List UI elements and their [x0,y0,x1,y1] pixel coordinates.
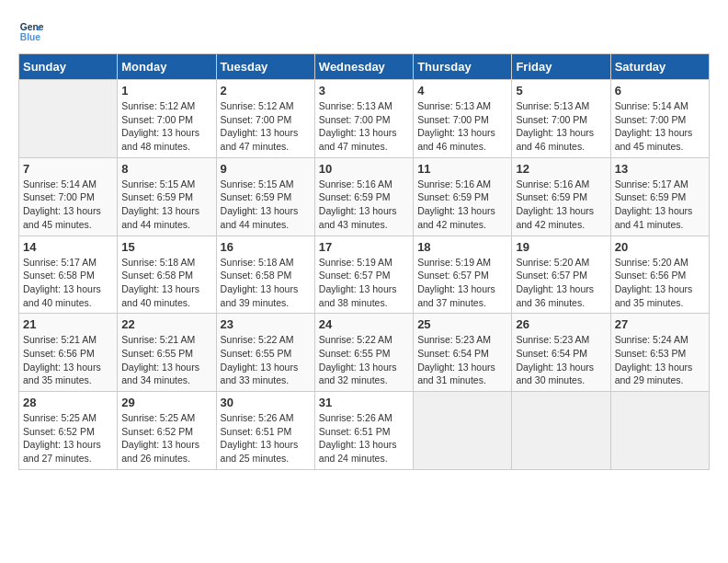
calendar-cell: 5Sunrise: 5:13 AM Sunset: 7:00 PM Daylig… [512,80,610,158]
calendar-week-1: 1Sunrise: 5:12 AM Sunset: 7:00 PM Daylig… [19,80,710,158]
day-number: 4 [417,84,507,98]
day-info: Sunrise: 5:18 AM Sunset: 6:58 PM Dayligh… [121,256,211,310]
day-info: Sunrise: 5:12 AM Sunset: 7:00 PM Dayligh… [221,99,311,154]
calendar-cell: 3Sunrise: 5:13 AM Sunset: 7:00 PM Daylig… [314,80,413,158]
logo-icon: General Blue [18,18,44,44]
day-number: 15 [121,240,211,254]
calendar-cell: 6Sunrise: 5:14 AM Sunset: 7:00 PM Daylig… [610,80,709,158]
day-info: Sunrise: 5:16 AM Sunset: 6:59 PM Dayligh… [319,178,409,232]
day-info: Sunrise: 5:18 AM Sunset: 6:58 PM Dayligh… [221,256,311,310]
calendar-cell: 1Sunrise: 5:12 AM Sunset: 7:00 PM Daylig… [118,80,216,158]
day-info: Sunrise: 5:17 AM Sunset: 6:59 PM Dayligh… [615,178,705,232]
calendar-cell [414,392,512,470]
day-number: 27 [615,317,705,331]
header-monday: Monday [118,54,216,80]
calendar-week-5: 28Sunrise: 5:25 AM Sunset: 6:52 PM Dayli… [19,392,710,470]
calendar-table: SundayMondayTuesdayWednesdayThursdayFrid… [18,53,710,470]
day-number: 21 [23,317,113,331]
day-info: Sunrise: 5:24 AM Sunset: 6:53 PM Dayligh… [615,333,705,387]
calendar-cell: 28Sunrise: 5:25 AM Sunset: 6:52 PM Dayli… [19,392,118,470]
day-number: 29 [121,396,211,409]
calendar-cell: 20Sunrise: 5:20 AM Sunset: 6:56 PM Dayli… [610,236,709,314]
calendar-week-4: 21Sunrise: 5:21 AM Sunset: 6:56 PM Dayli… [19,314,710,392]
svg-text:General: General [20,22,44,32]
day-number: 13 [615,162,705,176]
day-number: 12 [516,162,606,176]
day-info: Sunrise: 5:23 AM Sunset: 6:54 PM Dayligh… [516,333,606,387]
day-number: 17 [319,240,409,254]
day-info: Sunrise: 5:21 AM Sunset: 6:55 PM Dayligh… [121,333,211,387]
day-info: Sunrise: 5:22 AM Sunset: 6:55 PM Dayligh… [319,333,409,387]
day-info: Sunrise: 5:16 AM Sunset: 6:59 PM Dayligh… [516,178,606,232]
day-info: Sunrise: 5:23 AM Sunset: 6:54 PM Dayligh… [417,333,507,387]
calendar-cell: 19Sunrise: 5:20 AM Sunset: 6:57 PM Dayli… [512,236,610,314]
calendar-cell: 2Sunrise: 5:12 AM Sunset: 7:00 PM Daylig… [216,80,314,158]
calendar-cell: 29Sunrise: 5:25 AM Sunset: 6:52 PM Dayli… [118,392,216,470]
calendar-cell: 4Sunrise: 5:13 AM Sunset: 7:00 PM Daylig… [414,80,512,158]
day-info: Sunrise: 5:17 AM Sunset: 6:58 PM Dayligh… [23,256,113,310]
day-number: 26 [516,317,606,331]
calendar-header-row: SundayMondayTuesdayWednesdayThursdayFrid… [19,54,710,80]
header-thursday: Thursday [414,54,512,80]
svg-text:Blue: Blue [20,32,41,42]
day-number: 24 [319,317,409,331]
day-info: Sunrise: 5:15 AM Sunset: 6:59 PM Dayligh… [221,178,311,232]
header-saturday: Saturday [610,54,709,80]
day-info: Sunrise: 5:14 AM Sunset: 7:00 PM Dayligh… [23,178,113,232]
day-info: Sunrise: 5:22 AM Sunset: 6:55 PM Dayligh… [221,333,311,387]
day-number: 3 [319,84,409,98]
day-number: 6 [615,84,705,98]
calendar-cell: 15Sunrise: 5:18 AM Sunset: 6:58 PM Dayli… [118,236,216,314]
header-sunday: Sunday [19,54,118,80]
calendar-cell: 16Sunrise: 5:18 AM Sunset: 6:58 PM Dayli… [216,236,314,314]
header-friday: Friday [512,54,610,80]
calendar-cell: 10Sunrise: 5:16 AM Sunset: 6:59 PM Dayli… [314,157,413,236]
day-number: 2 [221,84,311,98]
calendar-cell: 12Sunrise: 5:16 AM Sunset: 6:59 PM Dayli… [512,157,610,236]
header-tuesday: Tuesday [216,54,314,80]
header: General Blue [18,18,710,44]
calendar-cell: 18Sunrise: 5:19 AM Sunset: 6:57 PM Dayli… [414,236,512,314]
day-number: 10 [319,162,409,176]
day-number: 16 [221,240,311,254]
day-number: 23 [221,317,311,331]
day-info: Sunrise: 5:15 AM Sunset: 6:59 PM Dayligh… [121,178,211,232]
day-info: Sunrise: 5:14 AM Sunset: 7:00 PM Dayligh… [615,99,705,154]
calendar-week-3: 14Sunrise: 5:17 AM Sunset: 6:58 PM Dayli… [19,236,710,314]
day-number: 5 [516,84,606,98]
day-number: 22 [121,317,211,331]
day-number: 7 [23,162,113,176]
calendar-cell: 21Sunrise: 5:21 AM Sunset: 6:56 PM Dayli… [19,314,118,392]
day-number: 30 [221,396,311,409]
day-info: Sunrise: 5:19 AM Sunset: 6:57 PM Dayligh… [417,256,507,310]
calendar-cell: 14Sunrise: 5:17 AM Sunset: 6:58 PM Dayli… [19,236,118,314]
day-info: Sunrise: 5:13 AM Sunset: 7:00 PM Dayligh… [417,99,507,154]
day-number: 19 [516,240,606,254]
day-info: Sunrise: 5:26 AM Sunset: 6:51 PM Dayligh… [319,411,409,465]
day-info: Sunrise: 5:25 AM Sunset: 6:52 PM Dayligh… [23,411,113,465]
calendar-cell: 13Sunrise: 5:17 AM Sunset: 6:59 PM Dayli… [610,157,709,236]
calendar-cell: 22Sunrise: 5:21 AM Sunset: 6:55 PM Dayli… [118,314,216,392]
calendar-week-2: 7Sunrise: 5:14 AM Sunset: 7:00 PM Daylig… [19,157,710,236]
calendar-cell: 11Sunrise: 5:16 AM Sunset: 6:59 PM Dayli… [414,157,512,236]
calendar-cell: 26Sunrise: 5:23 AM Sunset: 6:54 PM Dayli… [512,314,610,392]
day-number: 8 [121,162,211,176]
day-number: 18 [417,240,507,254]
calendar-cell [19,80,118,158]
day-number: 14 [23,240,113,254]
day-number: 20 [615,240,705,254]
day-info: Sunrise: 5:16 AM Sunset: 6:59 PM Dayligh… [417,178,507,232]
day-number: 31 [319,396,409,409]
day-number: 1 [121,84,211,98]
logo: General Blue [18,18,44,44]
calendar-cell: 25Sunrise: 5:23 AM Sunset: 6:54 PM Dayli… [414,314,512,392]
calendar-cell: 17Sunrise: 5:19 AM Sunset: 6:57 PM Dayli… [314,236,413,314]
day-info: Sunrise: 5:20 AM Sunset: 6:57 PM Dayligh… [516,256,606,310]
calendar-cell: 24Sunrise: 5:22 AM Sunset: 6:55 PM Dayli… [314,314,413,392]
calendar-cell: 30Sunrise: 5:26 AM Sunset: 6:51 PM Dayli… [216,392,314,470]
day-info: Sunrise: 5:26 AM Sunset: 6:51 PM Dayligh… [221,411,311,465]
day-info: Sunrise: 5:12 AM Sunset: 7:00 PM Dayligh… [121,99,211,154]
calendar-cell: 31Sunrise: 5:26 AM Sunset: 6:51 PM Dayli… [314,392,413,470]
day-info: Sunrise: 5:13 AM Sunset: 7:00 PM Dayligh… [319,99,409,154]
calendar-cell: 7Sunrise: 5:14 AM Sunset: 7:00 PM Daylig… [19,157,118,236]
